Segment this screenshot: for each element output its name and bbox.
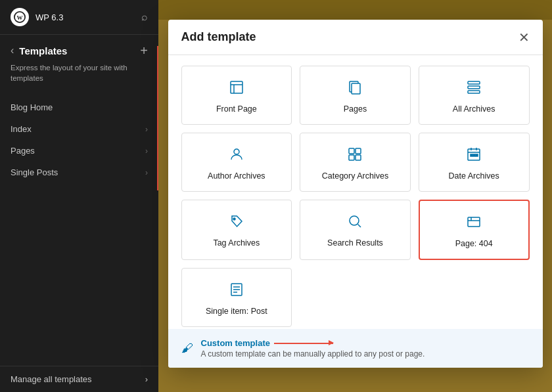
svg-line-25 [358, 225, 361, 228]
add-template-button[interactable]: + [140, 44, 148, 57]
all-archives-icon [466, 79, 482, 98]
search-icon[interactable]: ⌕ [141, 11, 148, 23]
add-template-modal: Add template ✕ Front Page [168, 20, 543, 368]
chevron-icon: › [145, 125, 148, 134]
arrow-head [329, 340, 334, 345]
sidebar-item-single-posts[interactable]: Single Posts › [0, 162, 158, 183]
sidebar-item-index[interactable]: Index › [0, 118, 158, 140]
date-archives-icon [466, 146, 482, 165]
author-archives-label: Author Archives [208, 171, 265, 181]
sidebar-header: W WP 6.3 ⌕ [0, 0, 158, 35]
pages-icon [347, 79, 363, 98]
modal-header: Add template ✕ [168, 20, 543, 55]
category-archives-label: Category Archives [322, 171, 388, 181]
tag-archives-icon [229, 213, 244, 232]
modal-title: Add template [181, 30, 256, 44]
template-card-all-archives[interactable]: All Archives [419, 66, 530, 125]
single-post-label: Single item: Post [206, 307, 267, 316]
modal-overlay: Add template ✕ Front Page [158, 0, 552, 392]
template-card-page-404[interactable]: Page: 404 [419, 200, 530, 260]
sidebar: W WP 6.3 ⌕ ‹ Templates + Express the lay… [0, 0, 158, 392]
template-card-single-post[interactable]: Single item: Post [181, 268, 292, 327]
search-results-icon [347, 213, 363, 232]
svg-rect-12 [349, 148, 354, 154]
sidebar-item-pages[interactable]: Pages › [0, 140, 158, 162]
custom-template-link[interactable]: Custom template [201, 338, 270, 348]
author-archives-icon [229, 146, 244, 165]
svg-point-23 [233, 218, 235, 220]
wp-logo: W [11, 8, 29, 26]
sidebar-item-blog-home[interactable]: Blog Home [0, 97, 158, 118]
template-card-front-page[interactable]: Front Page [181, 66, 292, 125]
svg-point-24 [350, 216, 359, 225]
svg-rect-21 [473, 154, 475, 156]
site-name: WP 6.3 [35, 12, 63, 22]
svg-text:W: W [17, 14, 23, 21]
templates-title: Templates [19, 45, 135, 56]
tag-archives-label: Tag Archives [213, 238, 260, 248]
template-card-author-archives[interactable]: Author Archives [181, 133, 292, 192]
sidebar-description: Express the layout of your site with tem… [0, 62, 158, 94]
svg-rect-20 [471, 154, 472, 156]
modal-close-button[interactable]: ✕ [518, 31, 530, 44]
paint-icon: 🖌 [181, 341, 193, 355]
template-card-search-results[interactable]: Search Results [300, 200, 411, 260]
template-grid: Front Page Pages All Archi [181, 66, 530, 260]
templates-header: ‹ Templates + [0, 35, 158, 62]
main-content: Add template ✕ Front Page [158, 0, 552, 392]
custom-template-info: Custom template A custom template can be… [201, 338, 425, 359]
category-archives-icon [347, 146, 363, 165]
page-404-icon [466, 214, 482, 232]
chevron-icon: › [145, 168, 148, 177]
svg-rect-3 [231, 81, 242, 93]
svg-rect-10 [468, 91, 480, 93]
svg-rect-13 [356, 148, 361, 154]
chevron-icon: › [145, 146, 148, 156]
template-card-date-archives[interactable]: Date Archives [419, 133, 530, 192]
front-page-label: Front Page [216, 104, 257, 114]
front-page-icon [229, 79, 244, 98]
svg-rect-26 [468, 217, 480, 227]
manage-all-templates[interactable]: Manage all templates › [0, 366, 158, 392]
date-archives-label: Date Archives [449, 171, 499, 181]
back-button[interactable]: ‹ [11, 45, 14, 56]
template-card-pages[interactable]: Pages [300, 66, 411, 125]
single-post-icon [229, 282, 244, 300]
svg-rect-7 [352, 83, 360, 94]
svg-rect-22 [476, 154, 478, 156]
svg-rect-9 [468, 86, 480, 89]
search-results-label: Search Results [327, 238, 383, 248]
chevron-icon: › [145, 374, 148, 384]
svg-rect-14 [349, 155, 354, 160]
modal-body: Front Page Pages All Archi [168, 55, 543, 329]
template-card-tag-archives[interactable]: Tag Archives [181, 200, 292, 260]
all-archives-label: All Archives [453, 104, 495, 114]
template-card-category-archives[interactable]: Category Archives [300, 133, 411, 192]
svg-rect-8 [468, 81, 480, 84]
red-arrow [274, 343, 333, 344]
modal-footer: 🖌 Custom template A custom template can … [168, 329, 543, 368]
custom-template-description: A custom template can be manually applie… [201, 349, 425, 359]
svg-rect-15 [356, 155, 361, 160]
svg-point-11 [234, 149, 239, 154]
pages-label: Pages [344, 104, 367, 114]
page-404-label: Page: 404 [455, 239, 493, 248]
single-items-row: Single item: Post [181, 268, 530, 327]
sidebar-nav: Blog Home Index › Pages › Single Posts › [0, 94, 158, 366]
